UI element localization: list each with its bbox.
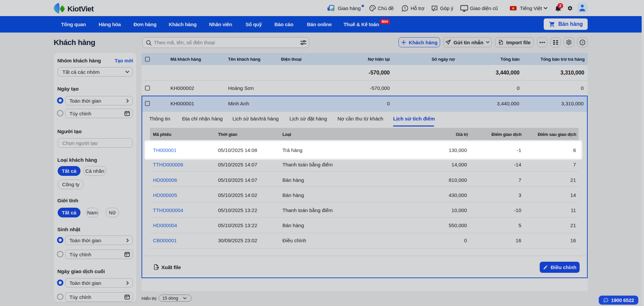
svg-text:?: ? xyxy=(581,40,583,44)
